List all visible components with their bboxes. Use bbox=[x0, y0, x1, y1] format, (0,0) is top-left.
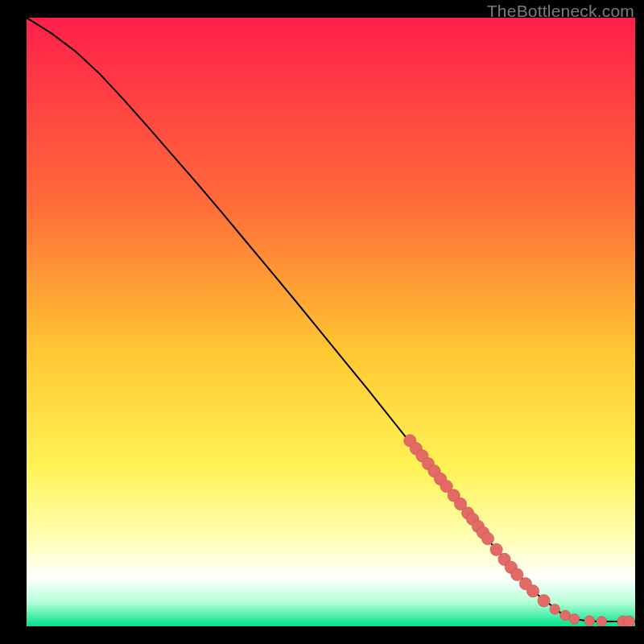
data-markers bbox=[404, 435, 635, 626]
plot-area bbox=[27, 18, 635, 626]
data-marker bbox=[511, 568, 523, 580]
attribution-text: TheBottleneck.com bbox=[487, 2, 634, 21]
data-marker bbox=[569, 614, 580, 625]
data-marker bbox=[481, 532, 493, 544]
data-marker bbox=[560, 610, 571, 621]
data-marker bbox=[584, 616, 595, 626]
data-marker bbox=[623, 616, 634, 626]
data-marker bbox=[490, 543, 502, 555]
data-marker bbox=[597, 617, 607, 626]
data-marker bbox=[550, 604, 560, 614]
curve-line bbox=[27, 18, 635, 621]
chart-overlay bbox=[27, 18, 635, 626]
data-marker bbox=[526, 585, 539, 597]
chart-frame: TheBottleneck.com bbox=[0, 0, 644, 644]
data-marker bbox=[538, 595, 550, 607]
